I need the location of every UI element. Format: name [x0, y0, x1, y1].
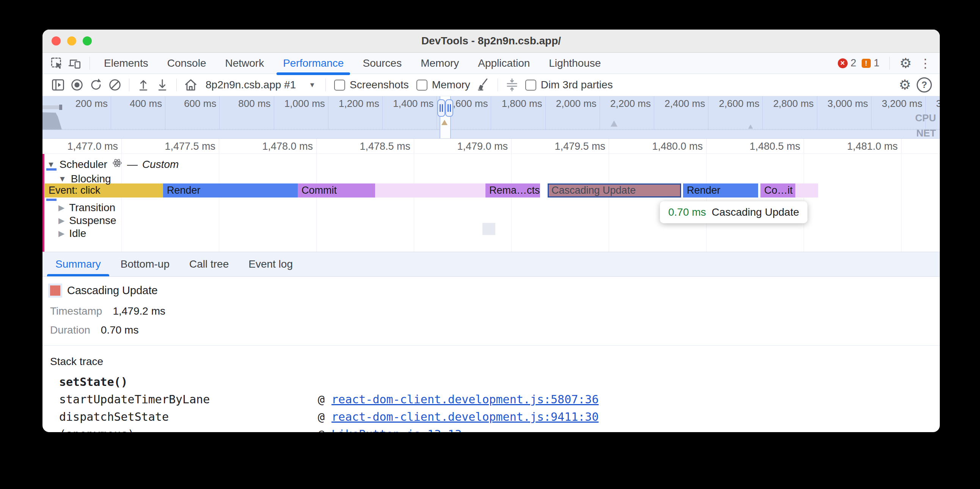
devtools-tab-bar: Elements Console Network Performance Sou…: [43, 53, 940, 74]
clear-icon[interactable]: [105, 76, 124, 93]
overview-tick-label: 3,000 ms: [827, 98, 871, 110]
stack-trace: setState() startUpdateTimerByLane @ reac…: [59, 373, 940, 432]
flame-bar[interactable]: [375, 183, 485, 197]
settings-gear-icon[interactable]: [900, 57, 912, 70]
devtools-tab[interactable]: Network: [215, 53, 274, 73]
devtools-tab[interactable]: Performance: [274, 53, 353, 73]
track-suspense[interactable]: Suspense: [59, 214, 116, 227]
details-tab[interactable]: Summary: [46, 252, 111, 276]
collapse-triangle-icon[interactable]: [59, 175, 66, 183]
devtools-tab[interactable]: Sources: [353, 53, 411, 73]
capture-settings-gear-icon[interactable]: [899, 78, 911, 92]
memory-checkbox[interactable]: Memory: [413, 79, 474, 91]
devtools-tab[interactable]: Application: [468, 53, 539, 73]
flame-bar-rema-cts[interactable]: Rema…cts: [485, 183, 540, 197]
error-badge[interactable]: 2: [838, 57, 856, 69]
flame-bar-co-it[interactable]: Co…it: [760, 183, 795, 197]
track-blocking[interactable]: Blocking: [59, 173, 111, 185]
zoom-window-button[interactable]: [83, 37, 92, 46]
ruler-tick-line: [511, 139, 512, 154]
overview-tick-label: 800 ms: [238, 98, 274, 110]
inspect-element-icon[interactable]: [49, 56, 65, 71]
stack-trace-title: Stack trace: [50, 356, 940, 368]
timeline-overview[interactable]: 200 ms400 ms600 ms800 ms1,000 ms1,200 ms…: [43, 96, 940, 139]
summary-row-value: 1,479.2 ms: [113, 305, 165, 317]
separator: [129, 78, 129, 91]
dim-3rd-parties-checkbox[interactable]: Dim 3rd parties: [522, 79, 617, 91]
flame-bar-cascading-update[interactable]: Cascading Update: [548, 183, 681, 197]
flame-bar-commit[interactable]: Commit: [298, 183, 375, 197]
selection-left-handle[interactable]: [437, 99, 445, 117]
lane-indicator: [46, 168, 57, 171]
stack-function-name: setState(): [59, 375, 318, 389]
selection-event-marker: [441, 120, 447, 125]
warning-badge[interactable]: 1: [862, 57, 880, 69]
grid-line: [219, 154, 219, 252]
flame-bar[interactable]: [795, 183, 818, 197]
grid-line: [901, 154, 902, 252]
overview-tick-label: 1,200 ms: [339, 98, 382, 110]
expand-triangle-icon[interactable]: [59, 216, 64, 225]
flame-bar-render[interactable]: Render: [163, 183, 298, 197]
details-tab[interactable]: Event log: [239, 252, 303, 276]
warning-icon: [862, 59, 871, 68]
overview-tick-label: 1,600 ms: [447, 98, 491, 110]
expand-triangle-icon[interactable]: [59, 229, 64, 238]
suspense-track-label: Suspense: [69, 214, 116, 227]
stack-source-link[interactable]: LikeButton.js:13:13: [331, 428, 461, 432]
blocking-track-label: Blocking: [71, 173, 111, 185]
track-transition[interactable]: Transition: [59, 202, 115, 214]
stack-source-link[interactable]: react-dom-client.development.js:9411:30: [331, 410, 598, 424]
download-profile-icon[interactable]: [153, 76, 172, 93]
custom-track-tag: Custom: [142, 159, 179, 171]
ruler-tick-line: [316, 139, 317, 154]
reload-and-record-icon[interactable]: [86, 76, 105, 93]
track-idle[interactable]: Idle: [59, 227, 86, 240]
devtools-tab[interactable]: Elements: [94, 53, 158, 73]
details-tab[interactable]: Bottom-up: [111, 252, 180, 276]
screenshots-checkbox[interactable]: Screenshots: [330, 79, 413, 91]
ruler-tick-label: 1,477.5 ms: [165, 141, 219, 152]
section-divider: [43, 345, 940, 346]
dash-separator: —: [127, 159, 138, 171]
memory-label: Memory: [432, 79, 470, 91]
details-tab[interactable]: Call tree: [180, 252, 239, 276]
expand-triangle-icon[interactable]: [59, 203, 64, 212]
legend-swatch: [50, 286, 60, 296]
ruler-tick-line: [414, 139, 414, 154]
ruler-tick-label: 1,479.5 ms: [554, 141, 609, 152]
overview-tick-label: 1,000 ms: [285, 98, 328, 110]
track-accent-strip: [43, 154, 45, 252]
timeline-ruler[interactable]: 1,477.0 ms1,477.5 ms1,478.0 ms1,478.5 ms…: [43, 139, 940, 154]
home-icon[interactable]: [181, 76, 200, 93]
stack-frame: (anonymous) @ LikeButton.js:13:13: [59, 425, 940, 432]
upload-profile-icon[interactable]: [134, 76, 153, 93]
separator: [498, 78, 498, 91]
flame-chart-area[interactable]: Scheduler — Custom Blocking Event: click…: [43, 154, 940, 252]
help-icon[interactable]: [915, 76, 934, 93]
selection-right-handle[interactable]: [445, 99, 453, 117]
flame-bar-render[interactable]: Render: [683, 183, 758, 197]
collapse-tracks-icon[interactable]: [503, 76, 522, 93]
flame-bar-event-click[interactable]: Event: click: [45, 183, 163, 197]
toggle-sidebar-icon[interactable]: [49, 76, 67, 93]
devtools-tab[interactable]: Memory: [411, 53, 468, 73]
checkbox-box: [525, 79, 536, 90]
device-toolbar-icon[interactable]: [67, 56, 83, 71]
stack-function-name: (anonymous): [59, 428, 318, 432]
target-selector[interactable]: 8p2n9n.csb.app #1: [200, 79, 321, 91]
stack-source-link[interactable]: react-dom-client.development.js:5807:36: [331, 393, 598, 406]
more-options-icon[interactable]: [917, 57, 934, 69]
devtools-tab[interactable]: Console: [158, 53, 216, 73]
record-icon[interactable]: [67, 76, 86, 93]
error-count: 2: [851, 57, 856, 69]
devtools-tab[interactable]: Lighthouse: [539, 53, 610, 73]
performance-toolbar: 8p2n9n.csb.app #1 Screenshots Memory: [43, 74, 940, 96]
stack-at-symbol: @: [318, 428, 325, 432]
minimize-window-button[interactable]: [67, 37, 76, 46]
track-scheduler[interactable]: Scheduler — Custom: [47, 158, 179, 171]
close-window-button[interactable]: [52, 37, 61, 46]
garbage-collect-icon[interactable]: [474, 76, 493, 93]
collapse-triangle-icon[interactable]: [47, 160, 55, 169]
separator: [325, 78, 326, 91]
